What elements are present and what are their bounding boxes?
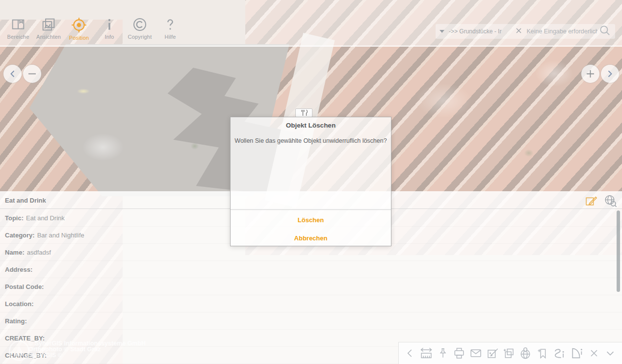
object-info-icon[interactable]: [570, 346, 584, 361]
app-window: Bereiche Ansichten: [0, 0, 622, 364]
dialog-title: Objekt Löschen: [231, 122, 391, 129]
pan-left-icon: [3, 65, 22, 83]
close-icon[interactable]: [588, 347, 600, 360]
field-label: Name:: [5, 249, 25, 256]
redline-info-icon[interactable]: [552, 346, 567, 361]
search-icon[interactable]: [598, 24, 611, 39]
zoom-out-icon: [23, 65, 41, 83]
top-toolbar-items: Bereiche Ansichten: [3, 17, 185, 41]
search-scope-selector[interactable]: ->> Grundstücke - Ir: [449, 28, 501, 35]
field-row-location: Location:: [0, 295, 622, 312]
toolbar-item-position[interactable]: Position: [64, 17, 94, 41]
map-tools-toolbar: [398, 342, 622, 364]
print-icon[interactable]: [452, 346, 466, 360]
toolbar-item-label: Hilfe: [164, 34, 176, 40]
delete-confirm-dialog: Objekt Löschen Wollen Sie das gewählte O…: [230, 117, 391, 246]
zoom-out-button[interactable]: [23, 65, 41, 83]
pan-right-icon: [601, 65, 619, 83]
edit-icon[interactable]: [585, 194, 598, 209]
clear-icon[interactable]: [515, 27, 522, 36]
field-value: Bar and Nightlife: [37, 232, 84, 239]
field-label: Category:: [5, 232, 35, 239]
toolbar-item-label: Info: [104, 34, 114, 40]
toolbar-item-label: Position: [69, 35, 89, 41]
delete-button[interactable]: Löschen: [231, 216, 391, 224]
help-icon: [162, 17, 178, 32]
field-value: asdfadsf: [27, 249, 51, 256]
panel-scrollbar[interactable]: [617, 210, 620, 292]
field-value: Eat and Drink: [26, 214, 65, 222]
add-bookmark-icon[interactable]: [536, 347, 549, 360]
toolbar-item-label: Ansichten: [36, 34, 61, 40]
areas-book-icon: [10, 17, 26, 32]
field-label: Location:: [5, 300, 34, 308]
copy-object-icon[interactable]: [502, 347, 516, 360]
toolbar-item-bereiche[interactable]: Bereiche: [3, 17, 33, 41]
field-row-rating: Rating:: [0, 312, 622, 330]
measure-icon[interactable]: [419, 346, 433, 360]
field-label: CREATE_BY:: [5, 335, 45, 342]
zoom-in-button[interactable]: [581, 65, 599, 83]
pan-left-button[interactable]: [3, 65, 22, 83]
globe-position-icon[interactable]: [518, 346, 532, 360]
toolbar-item-label: Bereiche: [7, 34, 29, 40]
field-row-address: Address:: [0, 261, 622, 278]
panel-title: Eat and Drink: [5, 197, 46, 204]
field-label: CHANGE_BY:: [5, 352, 47, 359]
collapse-left-icon[interactable]: [404, 347, 416, 360]
pin-icon[interactable]: [437, 347, 449, 360]
field-label: Topic:: [5, 214, 24, 222]
dialog-message: Wollen Sie das gewählte Objekt unwiderru…: [231, 137, 391, 144]
field-label: Rating:: [5, 317, 27, 325]
pan-right-button[interactable]: [601, 65, 619, 83]
dialog-divider: [231, 209, 391, 210]
toolbar-item-ansichten[interactable]: Ansichten: [33, 17, 64, 41]
fork-knife-icon: [297, 109, 311, 116]
poi-marker-eat-and-drink[interactable]: [295, 108, 312, 117]
collapse-down-icon[interactable]: [603, 346, 617, 360]
position-target-icon: [71, 17, 87, 33]
copyright-icon: [132, 17, 148, 32]
mail-icon[interactable]: [469, 346, 483, 360]
field-label: Address:: [5, 266, 32, 273]
field-label: Postal Code:: [5, 283, 44, 290]
search-bar: ->> Grundstücke - Ir: [436, 24, 615, 39]
info-icon: [102, 17, 117, 32]
toolbar-item-label: Copyright: [128, 34, 152, 40]
views-pages-icon: [41, 17, 56, 32]
toolbar-item-info[interactable]: Info: [94, 17, 125, 41]
search-input[interactable]: [525, 27, 598, 35]
toolbar-item-hilfe[interactable]: Hilfe: [155, 17, 185, 41]
caret-down-icon[interactable]: [440, 30, 444, 33]
field-row-name: Name:asdfadsf: [0, 244, 622, 261]
zoom-in-icon: [581, 65, 599, 83]
globe-search-icon[interactable]: [603, 194, 618, 210]
field-row-postal-code: Postal Code:: [0, 278, 622, 295]
cancel-button[interactable]: Abbrechen: [231, 234, 391, 242]
toolbar-item-copyright[interactable]: Copyright: [125, 17, 155, 41]
edit-note-icon[interactable]: [486, 347, 499, 360]
top-toolbar: Bereiche Ansichten: [0, 0, 622, 47]
